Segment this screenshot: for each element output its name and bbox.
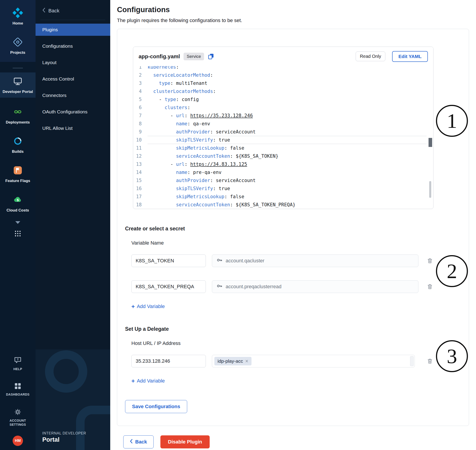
nav-projects[interactable]: Projects xyxy=(0,35,35,57)
nav-developer-portal[interactable]: Developer Portal xyxy=(0,72,35,98)
save-configurations-button[interactable]: Save Configurations xyxy=(125,400,187,413)
code-line: 10 skipTLSVerify: true xyxy=(133,136,433,144)
menu-item-connectors[interactable]: Connectors xyxy=(35,89,110,101)
menu-item-access-control[interactable]: Access Control xyxy=(35,73,110,85)
line-number: 14 xyxy=(133,170,147,175)
line-number: 12 xyxy=(133,154,147,159)
code-line-content: kubernetes: xyxy=(147,66,427,71)
developer-portal-icon xyxy=(13,76,23,87)
code-line-content: serviceLocatorMethod: xyxy=(147,71,427,79)
nav-builds-label: Builds xyxy=(12,149,24,154)
feature-flags-icon xyxy=(13,165,23,176)
code-lines: 1kubernetes:2 serviceLocatorMethod:3 typ… xyxy=(133,66,433,209)
nav-deployments[interactable]: Deployments xyxy=(0,104,35,127)
annotation-number: 3 xyxy=(447,344,457,368)
code-line-content: skipTLSVerify: true xyxy=(147,184,427,193)
nav-home[interactable]: Home xyxy=(0,6,35,28)
delegate-tags-field[interactable]: idp-play-acc × xyxy=(212,355,415,367)
code-line: 14 name: pre-qa-env xyxy=(133,168,433,176)
delegate-tag-chip: idp-play-acc × xyxy=(214,357,252,365)
settings-gear-icon xyxy=(14,408,22,417)
edit-yaml-button[interactable]: Edit YAML xyxy=(392,51,428,62)
bottom-actions: Back Disable Plugin xyxy=(123,435,476,448)
menu-item-url-allow-list[interactable]: URL Allow List xyxy=(35,122,110,134)
add-variable-button[interactable]: + Add Variable xyxy=(131,378,165,384)
code-line: 3 type: multiTenant xyxy=(133,79,433,87)
dashboards-icon xyxy=(14,382,22,391)
secret-reference-field[interactable]: account.qacluster xyxy=(212,255,418,267)
global-sidebar: Home Projects Developer Portal xyxy=(0,0,35,450)
code-line: 2 serviceLocatorMethod: xyxy=(133,71,433,79)
remove-tag-icon[interactable]: × xyxy=(245,359,248,364)
sidebar-collapse-handle[interactable] xyxy=(13,68,23,68)
delete-row-button[interactable] xyxy=(427,358,433,365)
plus-icon: + xyxy=(131,378,135,384)
cloud-costs-icon: $ xyxy=(13,195,23,206)
nav-feature-flags[interactable]: Feature Flags xyxy=(0,163,35,185)
code-line: 4 clusterLocatorMethods: xyxy=(133,87,433,95)
code-line-content: serviceAccountToken: ${K8S_SA_TOKEN} xyxy=(147,152,427,160)
deployments-icon xyxy=(13,107,23,118)
nav-deployments-label: Deployments xyxy=(6,120,30,125)
line-number: 5 xyxy=(133,97,147,102)
nav-cloud-costs-label: Cloud Costs xyxy=(6,208,29,213)
decorative-rounded-square xyxy=(76,406,110,450)
line-number: 18 xyxy=(133,202,147,207)
nav-dashboards[interactable]: DASHBOARDS xyxy=(0,380,35,399)
chevron-down-icon[interactable] xyxy=(15,221,21,225)
line-number: 3 xyxy=(133,81,147,86)
code-line-content: - url: https://34.83.13.125 xyxy=(147,160,427,168)
line-number: 2 xyxy=(133,72,147,78)
menu-item-configurations[interactable]: Configurations xyxy=(35,40,110,52)
disable-plugin-button[interactable]: Disable Plugin xyxy=(160,435,210,448)
code-line-content: skipMetricsLookup: false xyxy=(147,144,427,152)
code-line-content: clusterLocatorMethods: xyxy=(147,87,427,95)
code-line: 8 name: qa-env xyxy=(133,120,433,128)
module-grid-icon[interactable] xyxy=(14,230,21,238)
overview-ruler-marker xyxy=(429,138,432,147)
code-line-content: clusters: xyxy=(147,103,427,112)
code-line: 18 serviceAccountToken: ${K8S_SA_TOKEN_P… xyxy=(133,201,433,209)
code-line: 1kubernetes: xyxy=(133,66,433,71)
user-avatar[interactable]: HM xyxy=(13,436,23,446)
secret-reference-label: account.qacluster xyxy=(226,258,264,264)
back-label: Back xyxy=(48,8,59,14)
scrollbar-thumb[interactable] xyxy=(429,181,431,198)
variable-name-input[interactable] xyxy=(131,280,206,293)
delegate-heading: Set Up a Delegate xyxy=(125,326,469,332)
yaml-editor-header: app-config.yaml Service Read Only Edit Y… xyxy=(133,47,433,66)
nav-help[interactable]: ? HELP xyxy=(0,354,35,373)
nav-account-settings[interactable]: ACCOUNT SETTINGS xyxy=(0,406,35,429)
tag-field-scrollbar[interactable] xyxy=(410,356,414,366)
delete-row-button[interactable] xyxy=(427,257,433,264)
nav-feature-flags-label: Feature Flags xyxy=(6,178,30,183)
code-line-content: - type: config xyxy=(147,95,427,103)
host-url-input[interactable] xyxy=(131,355,206,367)
nav-builds[interactable]: Builds xyxy=(0,134,35,156)
back-button-label: Back xyxy=(135,439,147,445)
read-only-badge: Read Only xyxy=(356,52,386,61)
variable-name-input[interactable] xyxy=(131,255,206,267)
menu-item-layout[interactable]: Layout xyxy=(35,56,110,69)
code-line: 7 - url: https://35.233.128.246 xyxy=(133,112,433,120)
code-editor[interactable]: 1kubernetes:2 serviceLocatorMethod:3 typ… xyxy=(133,66,433,209)
add-variable-button[interactable]: + Add Variable xyxy=(131,303,165,309)
service-badge: Service xyxy=(183,53,204,60)
back-button[interactable]: Back xyxy=(123,435,154,448)
delete-row-button[interactable] xyxy=(427,283,433,290)
copy-icon[interactable] xyxy=(208,53,214,60)
add-variable-label: Add Variable xyxy=(137,303,165,309)
add-variable-label: Add Variable xyxy=(137,378,165,384)
code-line-content: skipMetricsLookup: false xyxy=(147,193,427,201)
line-number: 13 xyxy=(133,161,147,167)
line-number: 1 xyxy=(133,66,147,70)
menu-item-oauth-configurations[interactable]: OAuth Configurations xyxy=(35,106,110,118)
code-line-content: name: pre-qa-env xyxy=(147,168,427,176)
variable-name-label: Variable Name xyxy=(131,240,469,246)
back-nav-link[interactable]: Back xyxy=(35,0,110,20)
code-line: 17 skipMetricsLookup: false xyxy=(133,193,433,201)
nav-cloud-costs[interactable]: $ Cloud Costs xyxy=(0,192,35,215)
secret-reference-field[interactable]: account.preqaclusterread xyxy=(212,280,418,293)
nav-home-label: Home xyxy=(12,21,23,26)
menu-item-plugins[interactable]: Plugins xyxy=(35,24,110,36)
